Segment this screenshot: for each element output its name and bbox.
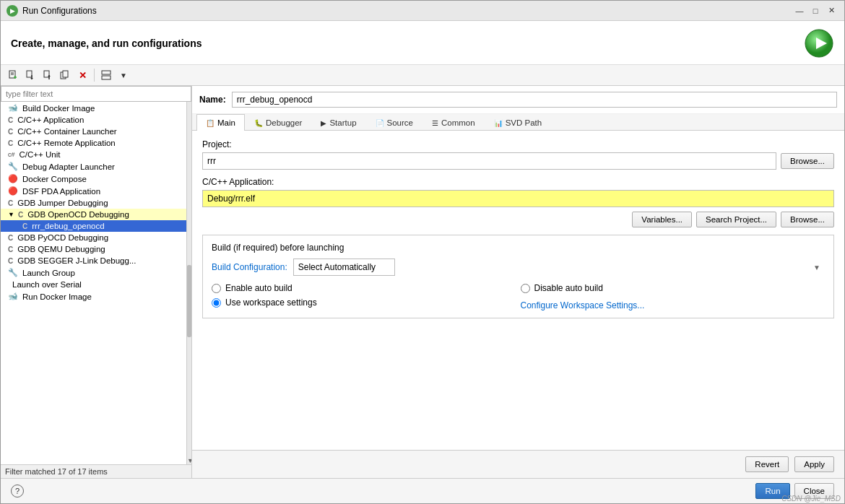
gdb-segger-icon: C (8, 257, 13, 265)
tree-item-label: C/C++ Application (17, 116, 84, 124)
filter-input[interactable] (1, 86, 191, 102)
tree-item-gdb-jumper[interactable]: C GDB Jumper Debugging (1, 197, 191, 209)
tree-item-label: Build Docker Image (22, 104, 95, 113)
use-workspace-radio[interactable] (212, 298, 221, 308)
build-config-select[interactable]: Select Automatically Debug Release (293, 258, 395, 276)
delete-button[interactable]: ✕ (74, 67, 90, 83)
svg-marker-9 (30, 78, 33, 79)
tree-item-debug-adapter[interactable]: 🔧 Debug Adapter Launcher (1, 160, 191, 173)
new-config-button[interactable] (5, 67, 21, 83)
config-name-input[interactable] (232, 92, 837, 108)
radio-group-right: Disable auto build Configure Workspace S… (521, 283, 826, 310)
tree-item-label: rrr_debug_openocd (32, 222, 104, 230)
tab-content-main: Project: Browse... C/C++ Application: Va… (192, 131, 844, 450)
scrollbar-track: ▼ (186, 102, 191, 464)
tree-item-label: Launch Group (22, 269, 75, 277)
tab-common[interactable]: ☰ Common (422, 114, 485, 131)
enable-auto-build-radio[interactable] (212, 284, 221, 293)
radio-two-col: Enable auto build Use workspace settings… (212, 283, 825, 310)
dsf-pda-icon: 🔴 (8, 186, 18, 196)
close-button[interactable]: ✕ (824, 4, 838, 17)
scroll-down-button[interactable]: ▼ (187, 457, 191, 464)
disable-auto-build-radio[interactable] (521, 284, 530, 293)
tree-item-dsf-pda[interactable]: 🔴 DSF PDA Application (1, 185, 191, 197)
tab-debugger-label: Debugger (266, 118, 303, 127)
help-icon[interactable]: ? (11, 485, 24, 498)
svg-marker-12 (48, 75, 51, 77)
tree-item-gdb-segger[interactable]: C GDB SEGGER J-Link Debugg... (1, 255, 191, 266)
cpp-container-icon: C (8, 128, 13, 136)
collapse-all-button[interactable] (98, 67, 114, 83)
tree-item-launch-group[interactable]: 🔧 Launch Group (1, 266, 191, 279)
maximize-button[interactable]: □ (808, 4, 823, 17)
tree-item-cpp-app[interactable]: C C/C++ Application (1, 114, 191, 126)
tab-main-icon: 📋 (206, 119, 214, 127)
copy-button[interactable] (57, 67, 73, 83)
variables-button[interactable]: Variables... (632, 212, 692, 227)
build-config-select-wrapper: Select Automatically Debug Release ▼ (293, 258, 825, 276)
project-input[interactable] (202, 152, 776, 170)
use-workspace-label[interactable]: Use workspace settings (212, 297, 516, 308)
scrollbar-thumb[interactable] (187, 265, 191, 337)
tree-item-label: GDB Jumper Debugging (17, 199, 108, 207)
search-project-button[interactable]: Search Project... (696, 212, 776, 227)
tree-item-gdb-openocd[interactable]: ▼ C GDB OpenOCD Debugging (1, 209, 191, 220)
tab-startup-label: Startup (329, 118, 356, 127)
build-config-link[interactable]: Build Configuration: (212, 262, 287, 272)
browse-app-button[interactable]: Browse... (781, 212, 834, 227)
tree-item-cpp-container[interactable]: C C/C++ Container Launcher (1, 126, 191, 137)
tab-main-label: Main (217, 118, 235, 127)
tree-item-label: GDB QEMU Debugging (17, 245, 105, 253)
tab-debugger[interactable]: 🐛 Debugger (245, 114, 312, 131)
tree-item-cpp-remote[interactable]: C C/C++ Remote Application (1, 137, 191, 149)
tree-item-cpp-unit[interactable]: c# C/C++ Unit (1, 149, 191, 160)
browse-project-button[interactable]: Browse... (781, 153, 834, 169)
launch-group-icon: 🔧 (8, 268, 18, 277)
tree-item-gdb-qemu[interactable]: C GDB QEMU Debugging (1, 243, 191, 255)
svg-rect-15 (102, 71, 110, 74)
tab-main[interactable]: 📋 Main (196, 114, 245, 131)
disable-auto-build-label[interactable]: Disable auto build (521, 283, 826, 293)
tree-item-rrr-debug[interactable]: C rrr_debug_openocd (1, 220, 191, 232)
build-docker-icon: 🐋 (8, 103, 18, 113)
tree-item-label: C/C++ Remote Application (17, 139, 116, 147)
tree-item-docker-compose[interactable]: 🔴 Docker Compose (1, 173, 191, 185)
import-button[interactable] (40, 67, 56, 83)
gdb-openocd-icon: C (18, 211, 23, 219)
gdb-jumper-icon: C (8, 199, 13, 207)
export-button[interactable] (22, 67, 38, 83)
svg-rect-7 (27, 71, 32, 77)
app-input[interactable] (202, 190, 834, 207)
enable-auto-build-label[interactable]: Enable auto build (212, 283, 516, 293)
use-workspace-text: Use workspace settings (225, 297, 317, 308)
tab-svd-path-icon: 📊 (494, 119, 503, 127)
tab-source[interactable]: 📄 Source (366, 114, 422, 131)
disable-auto-build-text: Disable auto build (534, 283, 603, 293)
filter-button[interactable]: ▼ (116, 67, 131, 83)
watermark: CSDN @Jie_MSD (781, 495, 841, 503)
left-panel: 🐋 Build Docker Image C C/C++ Application… (1, 86, 192, 478)
revert-button[interactable]: Revert (745, 456, 789, 472)
project-row: Project: Browse... (202, 139, 834, 170)
build-config-row: Build Configuration: Select Automaticall… (212, 258, 825, 276)
filter-status: Filter matched 17 of 17 items (1, 464, 191, 478)
select-arrow-icon: ▼ (813, 264, 820, 271)
tree-item-build-docker[interactable]: 🐋 Build Docker Image (1, 102, 191, 114)
tab-svd-path[interactable]: 📊 SVD Path (485, 114, 552, 131)
name-label: Name: (199, 95, 226, 105)
apply-button[interactable]: Apply (794, 456, 834, 472)
title-controls: — □ ✕ (792, 4, 838, 17)
tab-source-icon: 📄 (376, 119, 384, 127)
tree-item-run-docker[interactable]: 🐋 Run Docker Image (1, 290, 191, 303)
tree-item-launch-serial[interactable]: Launch over Serial (1, 279, 191, 290)
minimize-button[interactable]: — (792, 4, 807, 17)
debug-adapter-icon: 🔧 (8, 162, 18, 171)
tree-item-label: GDB OpenOCD Debugging (27, 210, 129, 219)
radio-group-left: Enable auto build Use workspace settings (212, 283, 516, 310)
toolbar-separator-1 (94, 69, 95, 82)
tree-item-gdb-pyocd[interactable]: C GDB PyOCD Debugging (1, 232, 191, 243)
configure-workspace-link[interactable]: Configure Workspace Settings... (521, 300, 645, 310)
tab-startup[interactable]: ▶ Startup (311, 114, 365, 131)
tree-item-label: Docker Compose (22, 175, 87, 183)
gdb-pyocd-icon: C (8, 234, 13, 242)
